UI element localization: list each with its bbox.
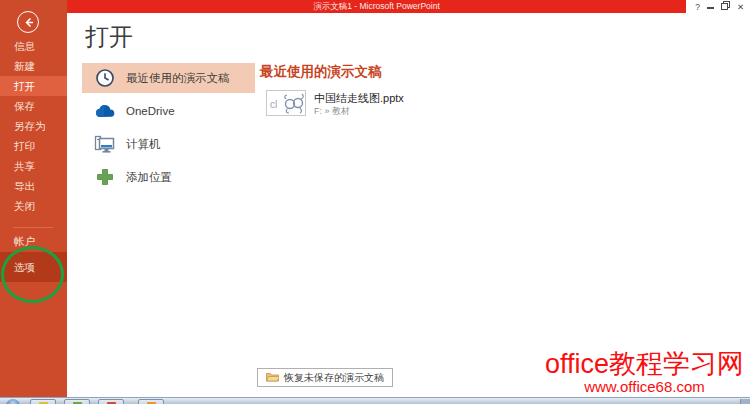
show-desktop-button[interactable] (740, 399, 750, 404)
taskbar-app-1[interactable] (30, 399, 56, 404)
place-computer[interactable]: 计算机 (82, 129, 255, 159)
sidebar-item-options[interactable]: 选项 (0, 252, 67, 282)
recent-header: 最近使用的演示文稿 (260, 63, 580, 81)
place-label: 添加位置 (126, 170, 172, 185)
folder-icon (266, 371, 279, 384)
restore-icon[interactable] (721, 1, 730, 12)
place-onedrive[interactable]: OneDrive (82, 96, 255, 126)
watermark: office教程学习网 www.office68.com (545, 349, 744, 395)
onedrive-cloud-icon (94, 100, 116, 122)
sidebar-item-export[interactable]: 导出 (0, 176, 67, 196)
add-place-icon (94, 166, 116, 188)
file-thumbnail: cl (266, 90, 306, 116)
clock-icon (94, 67, 116, 89)
file-name: 中国结走线图.pptx (314, 92, 404, 105)
sidebar-item-close[interactable]: 关闭 (0, 196, 67, 216)
taskbar-app-3[interactable] (98, 399, 124, 404)
watermark-url: www.office68.com (545, 379, 744, 395)
computer-icon (94, 133, 116, 155)
place-recent[interactable]: 最近使用的演示文稿 (82, 63, 255, 93)
sidebar-item-share[interactable]: 共享 (0, 156, 67, 176)
svg-text:cl: cl (270, 99, 277, 110)
page-title: 打开 (85, 21, 133, 53)
start-button-icon[interactable] (6, 399, 20, 404)
recover-button-label: 恢复未保存的演示文稿 (284, 371, 384, 385)
sidebar-item-save-as[interactable]: 另存为 (0, 116, 67, 136)
place-label: 最近使用的演示文稿 (126, 71, 230, 86)
sidebar-item-account[interactable]: 帐户 (0, 231, 67, 251)
back-button[interactable] (17, 11, 39, 33)
file-path: F: » 教材 (314, 105, 404, 117)
recent-panel: 最近使用的演示文稿 cl 中国结走线图.pptx F: » 教材 (260, 63, 580, 81)
taskbar-app-2[interactable] (64, 399, 90, 404)
back-arrow-icon (22, 16, 35, 29)
close-icon[interactable]: ✕ (737, 2, 744, 12)
sidebar-item-new[interactable]: 新建 (0, 56, 67, 76)
titlebar[interactable]: 演示文稿1 - Microsoft PowerPoint (67, 0, 686, 13)
taskbar-app-4[interactable] (138, 399, 164, 404)
powerpoint-backstage-window: 演示文稿1 - Microsoft PowerPoint ? ✕ 登录 信息 新… (0, 0, 750, 404)
sidebar-item-open[interactable]: 打开 (0, 76, 67, 96)
recover-unsaved-button[interactable]: 恢复未保存的演示文稿 (257, 368, 393, 387)
window-controls: ? ✕ (686, 0, 750, 13)
sidebar-divider (13, 227, 53, 228)
place-label: OneDrive (126, 105, 175, 117)
minimize-icon[interactable] (707, 7, 714, 9)
place-add[interactable]: 添加位置 (82, 162, 255, 192)
place-label: 计算机 (126, 137, 161, 152)
places-list: 最近使用的演示文稿 OneDrive 计算机 添加位置 (82, 63, 255, 195)
backstage-sidebar: 信息 新建 打开 保存 另存为 打印 共享 导出 关闭 帐户 选项 (0, 0, 67, 397)
sidebar-item-info[interactable]: 信息 (0, 36, 67, 56)
windows-taskbar[interactable] (0, 397, 750, 404)
window-title: 演示文稿1 - Microsoft PowerPoint (67, 0, 686, 13)
help-icon[interactable]: ? (695, 2, 700, 12)
sidebar-item-save[interactable]: 保存 (0, 96, 67, 116)
backstage-main: 打开 最近使用的演示文稿 OneDrive 计算机 (67, 13, 750, 397)
sidebar-nav: 信息 新建 打开 保存 另存为 打印 共享 导出 关闭 (0, 36, 67, 216)
recent-file-item[interactable]: cl 中国结走线图.pptx F: » 教材 (266, 90, 404, 117)
sidebar-item-print[interactable]: 打印 (0, 136, 67, 156)
watermark-title: office教程学习网 (545, 349, 744, 379)
